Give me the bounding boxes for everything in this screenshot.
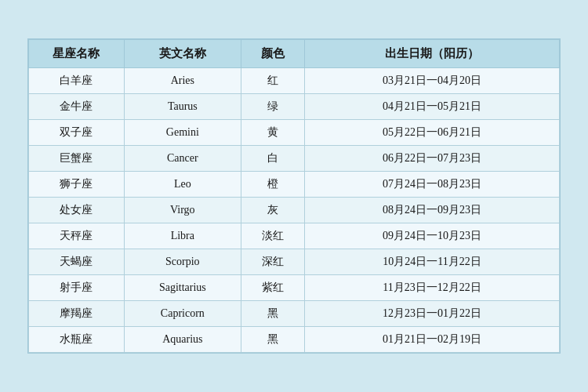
cell-english: Leo: [124, 172, 241, 198]
cell-date: 03月21日一04月20日: [305, 68, 560, 94]
cell-color: 橙: [241, 172, 304, 198]
cell-color: 淡红: [241, 223, 304, 249]
header-date: 出生日期（阳历）: [305, 40, 560, 68]
cell-chinese: 巨蟹座: [29, 146, 125, 172]
cell-chinese: 处女座: [29, 198, 125, 223]
cell-english: Cancer: [124, 146, 241, 172]
cell-english: Scorpio: [124, 249, 241, 275]
cell-chinese: 狮子座: [29, 172, 125, 198]
zodiac-table: 星座名称 英文名称 颜色 出生日期（阳历） 白羊座Aries红03月21日一04…: [28, 39, 560, 353]
cell-date: 01月21日一02月19日: [305, 327, 560, 353]
cell-color: 黄: [241, 120, 304, 146]
table-header-row: 星座名称 英文名称 颜色 出生日期（阳历）: [29, 40, 560, 68]
cell-date: 11月23日一12月22日: [305, 275, 560, 301]
cell-chinese: 天秤座: [29, 223, 125, 249]
cell-english: Aries: [124, 68, 241, 94]
cell-chinese: 摩羯座: [29, 301, 125, 327]
cell-color: 灰: [241, 198, 304, 223]
table-row: 天蝎座Scorpio深红10月24日一11月22日: [29, 249, 560, 275]
cell-chinese: 天蝎座: [29, 249, 125, 275]
cell-chinese: 水瓶座: [29, 327, 125, 353]
table-row: 狮子座Leo橙07月24日一08月23日: [29, 172, 560, 198]
cell-chinese: 射手座: [29, 275, 125, 301]
table-body: 白羊座Aries红03月21日一04月20日金牛座Taurus绿04月21日一0…: [29, 68, 560, 353]
cell-chinese: 白羊座: [29, 68, 125, 94]
header-chinese: 星座名称: [29, 40, 125, 68]
table-row: 射手座Sagittarius紫红11月23日一12月22日: [29, 275, 560, 301]
cell-date: 10月24日一11月22日: [305, 249, 560, 275]
cell-color: 绿: [241, 94, 304, 120]
cell-color: 深红: [241, 249, 304, 275]
header-color: 颜色: [241, 40, 304, 68]
table-row: 水瓶座Aquarius黑01月21日一02月19日: [29, 327, 560, 353]
cell-english: Gemini: [124, 120, 241, 146]
cell-date: 05月22日一06月21日: [305, 120, 560, 146]
table-row: 摩羯座Capricorn黑12月23日一01月22日: [29, 301, 560, 327]
cell-color: 黑: [241, 327, 304, 353]
cell-date: 08月24日一09月23日: [305, 198, 560, 223]
cell-date: 12月23日一01月22日: [305, 301, 560, 327]
cell-chinese: 金牛座: [29, 94, 125, 120]
table-row: 双子座Gemini黄05月22日一06月21日: [29, 120, 560, 146]
cell-english: Libra: [124, 223, 241, 249]
header-english: 英文名称: [124, 40, 241, 68]
table-row: 天秤座Libra淡红09月24日一10月23日: [29, 223, 560, 249]
cell-color: 紫红: [241, 275, 304, 301]
table-row: 白羊座Aries红03月21日一04月20日: [29, 68, 560, 94]
cell-date: 06月22日一07月23日: [305, 146, 560, 172]
cell-english: Taurus: [124, 94, 241, 120]
cell-date: 09月24日一10月23日: [305, 223, 560, 249]
cell-color: 红: [241, 68, 304, 94]
cell-color: 白: [241, 146, 304, 172]
cell-date: 04月21日一05月21日: [305, 94, 560, 120]
cell-english: Aquarius: [124, 327, 241, 353]
cell-english: Virgo: [124, 198, 241, 223]
zodiac-table-container: 星座名称 英文名称 颜色 出生日期（阳历） 白羊座Aries红03月21日一04…: [27, 38, 561, 354]
cell-color: 黑: [241, 301, 304, 327]
table-row: 处女座Virgo灰08月24日一09月23日: [29, 198, 560, 223]
table-row: 巨蟹座Cancer白06月22日一07月23日: [29, 146, 560, 172]
table-row: 金牛座Taurus绿04月21日一05月21日: [29, 94, 560, 120]
cell-chinese: 双子座: [29, 120, 125, 146]
cell-english: Sagittarius: [124, 275, 241, 301]
cell-date: 07月24日一08月23日: [305, 172, 560, 198]
cell-english: Capricorn: [124, 301, 241, 327]
